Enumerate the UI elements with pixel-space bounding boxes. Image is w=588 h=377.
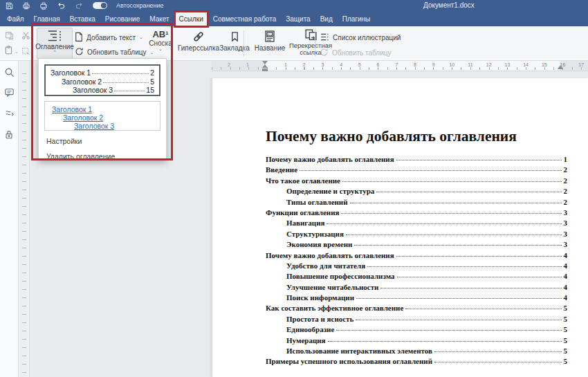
toc-entry-label: Типы оглавлений	[286, 198, 348, 206]
toc-entry[interactable]: Экономия времени 3	[266, 240, 567, 250]
ruler-number: 14	[522, 62, 530, 67]
toc-entry[interactable]: Удобство для читателя 4	[266, 261, 567, 272]
autosave-toggle[interactable]	[93, 2, 107, 9]
toc-entry[interactable]: Единообразие 5	[266, 325, 567, 335]
toc-entry[interactable]: Использование интерактивных элементов 5	[266, 347, 567, 357]
toc-style-links-option[interactable]: Заголовок 1 Заголовок 2 Заголовок 3	[44, 101, 160, 131]
ruler-number: 7	[392, 62, 401, 67]
toc-entry[interactable]: Нумерация 5	[266, 336, 567, 347]
menu-tab[interactable]: Файл	[3, 12, 28, 26]
toc-entry[interactable]: Поиск информации 4	[266, 293, 567, 304]
toc-entry[interactable]: Введение 2	[266, 165, 567, 176]
dot-leader	[356, 320, 561, 320]
menu-tab[interactable]: Вставка	[66, 12, 99, 26]
redo-icon[interactable]	[75, 2, 84, 10]
toc-entry[interactable]: Функции оглавления 3	[266, 208, 567, 219]
toc-entry-page: 5	[564, 325, 568, 333]
dot-leader	[356, 298, 561, 299]
vertical-ruler[interactable]	[19, 61, 30, 377]
toc-entry[interactable]: Почему важно добавлять оглавления 4	[266, 251, 567, 261]
update-table-button[interactable]: Обновить таблицу ⌄	[75, 47, 154, 57]
horizontal-ruler[interactable]: 2 1 1 2 3 4 5 6 7 8 9 10 11 12 13 14 15 …	[212, 61, 588, 71]
toc-entry[interactable]: Определение и структура 2	[266, 187, 567, 197]
toc-settings-menu-item[interactable]: Настройки	[46, 137, 82, 145]
toc-entry[interactable]: Примеры успешного использования оглавлен…	[266, 357, 567, 367]
copy-icon[interactable]	[5, 30, 14, 43]
toc-entry[interactable]: Структуризация 3	[266, 230, 567, 240]
toc-entry[interactable]: Почему важно добавлять оглавления 1	[266, 155, 567, 165]
toc-entry-page: 4	[564, 272, 568, 280]
bookmark-icon	[230, 30, 240, 44]
toc-preview-row: Заголовок 3 15	[50, 86, 154, 95]
toc-entry-label: Единообразие	[286, 325, 334, 333]
menu-tab[interactable]: Главная	[30, 12, 64, 26]
paste-icon[interactable]	[4, 45, 13, 57]
add-text-label: Добавить текст	[86, 34, 136, 42]
toc-entry[interactable]: Простота и ясность 5	[266, 315, 567, 325]
menu-tab[interactable]: Макет	[146, 12, 172, 26]
search-icon[interactable]	[4, 67, 15, 80]
toc-preview-page: 15	[146, 86, 154, 95]
toc-entry-label: Почему важно добавлять оглавления	[266, 155, 394, 163]
menu-tab[interactable]: Защита	[282, 12, 313, 26]
toc-entry[interactable]: Типы оглавлений 2	[266, 198, 567, 208]
menu-tab[interactable]: Вид	[317, 12, 336, 26]
ribbon-divider	[244, 30, 244, 57]
table-of-contents-button[interactable]: Оглавление ⌃	[37, 28, 73, 59]
comments-icon[interactable]	[4, 88, 15, 100]
menu-tab-label: Вставка	[70, 15, 95, 23]
ruler-number: 6	[374, 62, 383, 67]
dot-leader	[92, 73, 149, 74]
word-processor-app: { "colors": {"accent_red": "#c5212e", "t…	[0, 0, 588, 377]
toc-entry[interactable]: Повышение профессионализма 4	[266, 272, 567, 282]
refresh-icon	[75, 47, 84, 57]
toc-preview-label: Заголовок 2	[62, 77, 102, 86]
toc-entry[interactable]: Улучшение читабельности 4	[266, 283, 567, 293]
toc-entry-label: Определение и структура	[286, 187, 374, 195]
undo-icon[interactable]	[57, 2, 66, 10]
toc-style-numbered-option[interactable]: Заголовок 1 2 Заголовок 2 5 Заголовок 3 …	[44, 64, 160, 96]
toc-preview-link: Заголовок 3	[52, 122, 153, 130]
document-page[interactable]: Почему важно добавлять оглавления Почему…	[212, 78, 588, 377]
toc-entry-page: 4	[564, 293, 568, 302]
toc-entry-page: 5	[564, 357, 568, 365]
toc-entry-label: Что такое оглавление	[266, 176, 340, 185]
toc-entry-label: Структуризация	[286, 230, 344, 238]
bookmark-button[interactable]: Закладка	[219, 30, 250, 52]
indent-marker[interactable]	[262, 61, 268, 71]
add-text-button[interactable]: Добавить текст ⌄	[75, 32, 143, 43]
toc-remove-menu-item[interactable]: Удалить оглавление	[46, 152, 115, 160]
menu-tab[interactable]: Ссылки	[176, 12, 207, 26]
menu-tab[interactable]: Плагины	[339, 12, 374, 26]
menu-tab[interactable]: Рисование	[102, 12, 143, 26]
dot-leader	[300, 170, 561, 171]
lock-icon[interactable]	[4, 129, 14, 142]
menu-tab[interactable]: Совместная работа	[210, 12, 280, 26]
dot-leader	[380, 288, 561, 288]
add-text-icon	[75, 32, 83, 43]
footnote-button[interactable]: AB¹ Сноска ⌄	[145, 29, 176, 50]
ruler-number: 3	[318, 62, 327, 67]
toc-entry-label: Нумерация	[286, 336, 326, 344]
toc-entry-label: Навигация	[286, 219, 324, 227]
print-icon[interactable]	[22, 2, 30, 10]
toc-entry[interactable]: Что такое оглавление 2	[266, 176, 567, 187]
dot-leader	[341, 213, 561, 214]
toc-entry-page: 3	[564, 230, 568, 238]
right-indent-marker[interactable]	[558, 65, 563, 69]
toc-entry-page: 5	[564, 304, 568, 312]
update-table-disabled-button: Обновить таблицу	[320, 48, 392, 58]
paste-dropdown-chevron-icon[interactable]: ⌄	[15, 49, 19, 55]
toc-entry[interactable]: Как составить эффективное оглавление 5	[266, 304, 567, 314]
hyperlink-button[interactable]: Гиперссылка	[178, 30, 219, 52]
cut-icon[interactable]	[21, 30, 30, 43]
caption-button[interactable]: Название	[252, 30, 288, 52]
quick-print-icon[interactable]	[39, 2, 48, 10]
toc-entry[interactable]: Навигация 3	[266, 219, 567, 229]
dot-leader	[114, 91, 145, 91]
figures-list-button[interactable]: Список иллюстраций	[320, 33, 401, 43]
track-changes-icon[interactable]	[4, 109, 15, 121]
select-icon[interactable]	[21, 46, 30, 59]
toc-preview-page: 5	[150, 77, 154, 86]
save-icon[interactable]	[6, 2, 13, 10]
